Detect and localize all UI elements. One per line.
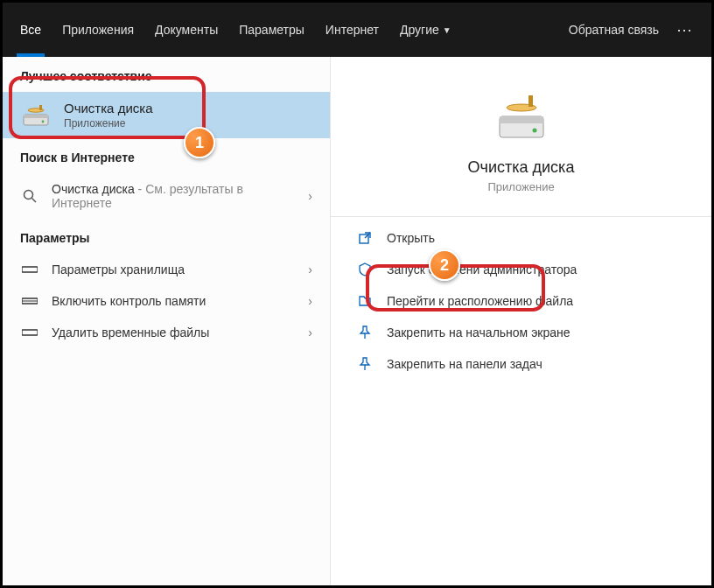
web-result-text: Очистка диска - См. результаты в Интерне…: [52, 182, 243, 210]
svg-line-6: [32, 199, 37, 203]
top-tabs-bar: Все Приложения Документы Параметры Интер…: [3, 3, 711, 57]
folder-icon: [357, 294, 373, 308]
pin-taskbar-icon: [357, 357, 373, 371]
svg-point-5: [24, 191, 33, 200]
svg-line-17: [365, 233, 370, 238]
best-match-sub: Приложение: [64, 117, 153, 130]
best-match-title: Очистка диска: [64, 101, 153, 116]
svg-rect-10: [22, 330, 38, 335]
delete-temp-icon: [20, 327, 39, 338]
tab-apps[interactable]: Приложения: [62, 3, 134, 57]
param-memory[interactable]: Включить контроль памяти ›: [3, 285, 330, 317]
svg-rect-7: [22, 267, 38, 272]
svg-rect-1: [24, 115, 48, 118]
web-result-row[interactable]: Очистка диска - См. результаты в Интерне…: [3, 173, 330, 219]
parameters-header: Параметры: [3, 219, 330, 254]
feedback-link[interactable]: Обратная связь: [569, 23, 659, 37]
action-pin-start[interactable]: Закрепить на начальном экране: [331, 317, 711, 348]
chevron-right-icon: ›: [308, 262, 312, 276]
topbar-right: Обратная связь ⋯: [569, 20, 694, 39]
divider: [331, 216, 711, 217]
tab-params[interactable]: Параметры: [239, 3, 304, 57]
chevron-right-icon: ›: [308, 326, 312, 340]
storage-icon: [20, 264, 39, 275]
tabs-group: Все Приложения Документы Параметры Интер…: [20, 3, 452, 57]
param-storage[interactable]: Параметры хранилища ›: [3, 254, 330, 285]
best-match-text: Очистка диска Приложение: [64, 101, 153, 130]
chevron-right-icon: ›: [308, 294, 312, 308]
tab-internet[interactable]: Интернет: [326, 3, 379, 57]
chevron-down-icon: ▼: [443, 25, 452, 35]
results-panel: Лучшее соответствие Очистка диска Прилож…: [3, 57, 331, 585]
search-icon: [20, 189, 39, 203]
disk-cleanup-icon-large: [491, 92, 552, 144]
details-panel: Очистка диска Приложение Открыть Запуск …: [331, 57, 711, 585]
svg-rect-3: [39, 105, 42, 110]
admin-icon: [357, 262, 373, 276]
best-match-header: Лучшее соответствие: [3, 57, 330, 92]
action-file-location[interactable]: Перейти к расположению файла: [331, 285, 711, 317]
svg-point-15: [532, 129, 536, 133]
disk-cleanup-icon: [20, 102, 52, 129]
web-search-header: Поиск в Интернете: [3, 138, 330, 173]
tab-other[interactable]: Другие ▼: [400, 3, 452, 57]
action-run-as-admin[interactable]: Запуск от имени администратора: [331, 254, 711, 285]
param-temp[interactable]: Удалить временные файлы ›: [3, 317, 330, 348]
svg-point-4: [42, 120, 45, 122]
best-match-result[interactable]: Очистка диска Приложение: [3, 92, 330, 138]
main-content: Лучшее соответствие Очистка диска Прилож…: [3, 57, 711, 585]
chevron-right-icon: ›: [308, 189, 312, 203]
tab-docs[interactable]: Документы: [155, 3, 218, 57]
details-header: Очистка диска Приложение: [331, 57, 711, 193]
open-icon: [357, 231, 373, 245]
tab-other-label: Другие: [400, 23, 439, 37]
svg-rect-12: [500, 116, 543, 123]
annotation-badge-1: 1: [184, 127, 215, 158]
tab-all[interactable]: Все: [20, 3, 41, 57]
svg-rect-14: [528, 95, 533, 107]
annotation-badge-2: 2: [429, 249, 460, 281]
more-icon[interactable]: ⋯: [676, 20, 694, 39]
action-open[interactable]: Открыть: [331, 222, 711, 254]
details-subtitle: Приложение: [331, 180, 711, 193]
pin-start-icon: [357, 326, 373, 340]
action-pin-taskbar[interactable]: Закрепить на панели задач: [331, 348, 711, 380]
memory-icon: [20, 296, 39, 306]
details-title: Очистка диска: [331, 158, 711, 177]
